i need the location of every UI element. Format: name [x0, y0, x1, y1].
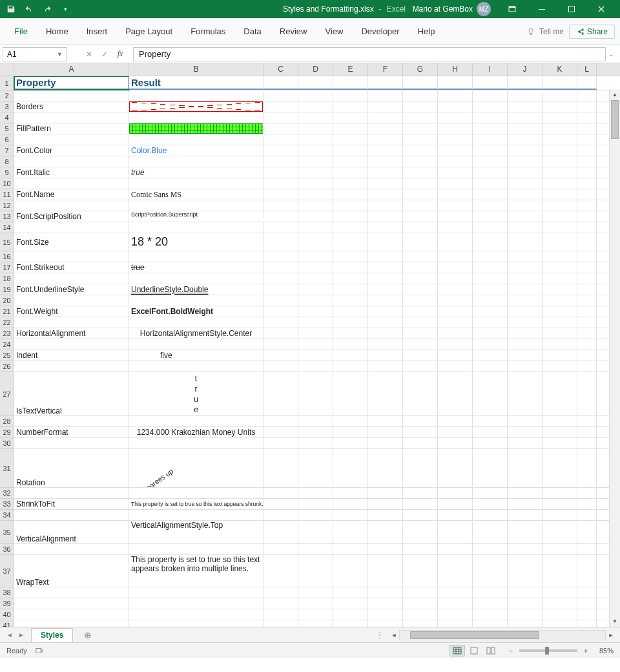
sheet-tab-styles[interactable]: Styles	[31, 628, 73, 642]
row-header-27[interactable]: 27	[0, 372, 14, 416]
hscroll-thumb[interactable]	[410, 631, 539, 639]
cell-B9[interactable]: true	[129, 167, 264, 178]
row-header-38[interactable]: 38	[0, 587, 14, 598]
row-header-4[interactable]: 4	[0, 112, 14, 123]
col-header-j[interactable]: J	[508, 63, 542, 76]
col-header-d[interactable]: D	[298, 63, 333, 76]
cell-A21[interactable]: Font.Weight	[14, 306, 129, 317]
cell-A33[interactable]: ShrinkToFit	[14, 499, 129, 509]
enter-formula-icon[interactable]: ✓	[98, 48, 111, 61]
row-header-19[interactable]: 19	[0, 284, 14, 295]
horizontal-scrollbar[interactable]: ⋮ ◄ ►	[376, 630, 616, 640]
row-header-3[interactable]: 3	[0, 101, 14, 112]
row-header-1[interactable]: 1	[0, 76, 14, 90]
row-header-5[interactable]: 5	[0, 123, 14, 134]
cell-B31[interactable]: 35 degrees up	[129, 449, 264, 487]
cell-A35[interactable]: VerticalAlignment	[14, 521, 129, 543]
tab-developer[interactable]: Developer	[352, 23, 408, 40]
row-header-41[interactable]: 41	[0, 620, 14, 627]
col-header-i[interactable]: I	[473, 63, 508, 76]
tab-review[interactable]: Review	[271, 23, 316, 40]
row-header-40[interactable]: 40	[0, 609, 14, 620]
cell-A9[interactable]: Font.Italic	[14, 167, 129, 178]
tab-insert[interactable]: Insert	[78, 23, 117, 40]
row-header-6[interactable]: 6	[0, 134, 14, 145]
cell-B5[interactable]	[129, 123, 264, 134]
view-page-break-icon[interactable]	[483, 645, 499, 656]
cells-area[interactable]: PropertyResultBordersFillPatternFont.Col…	[14, 76, 620, 627]
tab-data[interactable]: Data	[234, 23, 270, 40]
tell-me[interactable]: Tell me	[526, 27, 564, 36]
row-header-14[interactable]: 14	[0, 222, 14, 233]
macro-record-icon[interactable]	[35, 646, 44, 655]
cell-A31[interactable]: Rotation	[14, 449, 129, 487]
col-header-a[interactable]: A	[14, 63, 129, 76]
cell-A27[interactable]: IsTextVertical	[14, 372, 129, 415]
row-header-18[interactable]: 18	[0, 273, 14, 284]
formula-input[interactable]: Property	[133, 47, 606, 61]
row-header-2[interactable]: 2	[0, 90, 14, 101]
col-header-k[interactable]: K	[542, 63, 577, 76]
cell-B17[interactable]: true	[129, 262, 264, 273]
cell-B25[interactable]: five	[129, 350, 264, 361]
cancel-formula-icon[interactable]: ✕	[83, 48, 96, 61]
cell-A1[interactable]: Property	[14, 76, 129, 90]
row-header-10[interactable]: 10	[0, 178, 14, 189]
row-header-32[interactable]: 32	[0, 488, 14, 499]
row-header-7[interactable]: 7	[0, 145, 14, 156]
scroll-left-icon[interactable]: ◄	[389, 632, 399, 638]
row-header-12[interactable]: 12	[0, 200, 14, 211]
new-sheet-icon[interactable]: ⊕	[81, 629, 95, 641]
qat-customize-icon[interactable]: ▾	[58, 2, 72, 16]
share-button[interactable]: Share	[569, 25, 615, 39]
cell-A23[interactable]: HorizontalAlignment	[14, 328, 129, 339]
view-normal-icon[interactable]	[450, 645, 465, 656]
sheet-nav-next-icon[interactable]: ►	[16, 631, 27, 638]
user-account[interactable]: Mario at GemBox MZ	[413, 2, 491, 16]
scroll-right-icon[interactable]: ►	[606, 632, 616, 638]
row-header-25[interactable]: 25	[0, 350, 14, 361]
tab-view[interactable]: View	[316, 23, 352, 40]
row-header-9[interactable]: 9	[0, 167, 14, 178]
row-header-37[interactable]: 37	[0, 555, 14, 587]
col-header-h[interactable]: H	[438, 63, 473, 76]
cell-B35[interactable]: VerticalAlignmentStyle.Top	[129, 521, 264, 543]
row-header-33[interactable]: 33	[0, 499, 14, 510]
cell-B1[interactable]: Result	[129, 76, 264, 90]
cell-A11[interactable]: Font.Name	[14, 189, 129, 200]
row-header-36[interactable]: 36	[0, 544, 14, 555]
cell-B11[interactable]: Comic Sans MS	[129, 189, 264, 200]
cell-A37[interactable]: WrapText	[14, 555, 129, 587]
col-header-l[interactable]: L	[577, 63, 597, 76]
row-header-11[interactable]: 11	[0, 189, 14, 200]
row-header-17[interactable]: 17	[0, 262, 14, 273]
tab-file[interactable]: File	[5, 23, 37, 40]
cell-B33[interactable]: This property is set to true so this tex…	[129, 499, 264, 509]
cell-B3[interactable]	[129, 101, 264, 112]
row-header-29[interactable]: 29	[0, 427, 14, 438]
row-header-39[interactable]: 39	[0, 598, 14, 609]
scroll-thumb[interactable]	[611, 100, 619, 139]
cell-B29[interactable]: 1234.000 Krakozhian Money Units	[129, 427, 264, 437]
cell-A5[interactable]: FillPattern	[14, 123, 129, 134]
chevron-down-icon[interactable]: ▼	[57, 51, 63, 58]
zoom-level[interactable]: 85%	[599, 647, 614, 655]
cell-B37[interactable]: This property is set to true so this tex…	[129, 555, 264, 587]
row-header-16[interactable]: 16	[0, 251, 14, 262]
minimize-icon[interactable]	[527, 0, 557, 18]
expand-formula-bar-icon[interactable]: ⌄	[606, 50, 616, 58]
tab-help[interactable]: Help	[409, 23, 444, 40]
scroll-down-icon[interactable]: ▼	[610, 616, 620, 627]
redo-icon[interactable]	[40, 2, 54, 16]
row-header-8[interactable]: 8	[0, 156, 14, 167]
undo-icon[interactable]	[22, 2, 36, 16]
cell-B15[interactable]: 18 * 20	[129, 233, 264, 251]
row-header-30[interactable]: 30	[0, 438, 14, 449]
cell-A13[interactable]: Font.ScriptPosition	[14, 211, 129, 222]
row-header-31[interactable]: 31	[0, 449, 14, 488]
select-all-corner[interactable]	[0, 63, 14, 76]
cell-A17[interactable]: Font.Strikeout	[14, 262, 129, 273]
maximize-icon[interactable]	[557, 0, 586, 18]
row-header-24[interactable]: 24	[0, 339, 14, 350]
vertical-scrollbar[interactable]: ▲ ▼	[609, 89, 620, 627]
